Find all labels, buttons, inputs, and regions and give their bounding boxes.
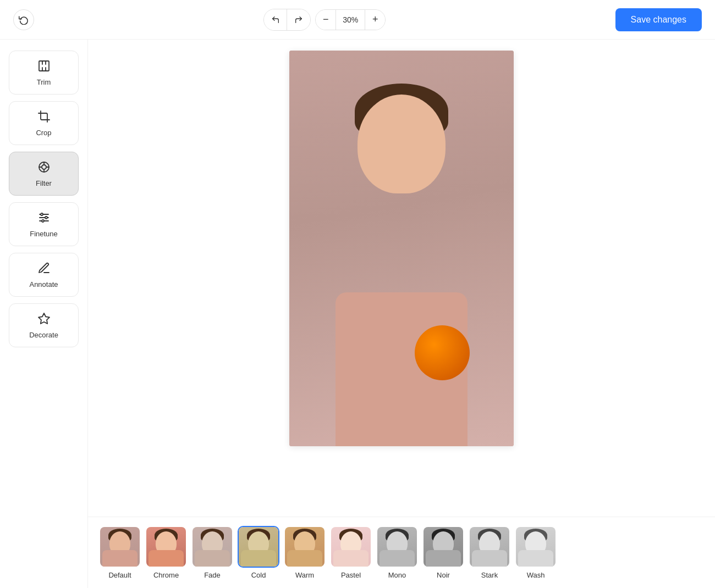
undo-button[interactable]: [264, 9, 287, 30]
tool-finetune[interactable]: Finetune: [9, 202, 79, 246]
tool-decorate-label: Decorate: [29, 331, 58, 339]
canvas-area: [88, 40, 715, 517]
main-layout: Trim Crop: [0, 40, 715, 588]
tool-crop-label: Crop: [36, 129, 51, 137]
history-button[interactable]: [13, 9, 34, 30]
crop-icon: [37, 110, 51, 125]
filter-noir-label: Noir: [437, 571, 450, 579]
filter-wash-thumb: [515, 526, 557, 568]
filter-wash-label: Wash: [527, 571, 545, 579]
face-element: [358, 95, 446, 193]
svg-point-16: [42, 220, 44, 222]
filter-mono-label: Mono: [388, 571, 406, 579]
tool-trim[interactable]: Trim: [9, 51, 79, 95]
top-bar-right: Save changes: [615, 8, 702, 31]
filter-fade-label: Fade: [204, 571, 221, 579]
svg-point-14: [41, 213, 43, 215]
zoom-out-button[interactable]: −: [316, 9, 336, 30]
filter-default-label: Default: [108, 571, 131, 579]
svg-marker-17: [38, 313, 50, 324]
filter-wash[interactable]: Wash: [515, 526, 557, 579]
filter-warm[interactable]: Warm: [284, 526, 326, 579]
filter-icon: [37, 160, 51, 176]
svg-point-15: [45, 217, 47, 219]
filter-default[interactable]: Default: [99, 526, 141, 579]
filter-warm-thumb: [284, 526, 326, 568]
tool-trim-label: Trim: [37, 78, 51, 86]
filter-chrome-label: Chrome: [153, 571, 179, 579]
zoom-value: 30%: [336, 10, 365, 30]
filter-cold-thumb: [238, 526, 279, 568]
filter-stark-label: Stark: [481, 571, 498, 579]
tool-filter-label: Filter: [36, 179, 52, 187]
zoom-group: − 30% +: [315, 9, 386, 30]
tool-crop[interactable]: Crop: [9, 101, 79, 145]
redo-button[interactable]: [287, 9, 310, 30]
filter-noir[interactable]: Noir: [422, 526, 464, 579]
filter-cold[interactable]: Cold: [238, 526, 279, 579]
svg-rect-0: [39, 61, 49, 71]
filter-pastel-thumb: [330, 526, 372, 568]
finetune-icon: [37, 211, 51, 226]
tool-finetune-label: Finetune: [30, 230, 58, 238]
sidebar: Trim Crop: [0, 40, 88, 588]
filter-fade[interactable]: Fade: [191, 526, 233, 579]
tool-filter[interactable]: Filter: [9, 152, 79, 196]
filter-mono[interactable]: Mono: [376, 526, 418, 579]
filter-cold-label: Cold: [251, 571, 266, 579]
filter-noir-thumb: [422, 526, 464, 568]
top-bar-center: − 30% +: [263, 9, 386, 31]
filter-chrome-thumb: [145, 526, 187, 568]
canvas-section: Default Chrome: [88, 40, 715, 588]
filter-pastel-label: Pastel: [341, 571, 361, 579]
decorate-icon: [37, 312, 51, 328]
filter-strip: Default Chrome: [88, 517, 715, 588]
tool-annotate-label: Annotate: [29, 280, 58, 289]
filter-mono-thumb: [376, 526, 418, 568]
zoom-in-button[interactable]: +: [365, 9, 385, 30]
filter-default-thumb: [99, 526, 141, 568]
filter-stark[interactable]: Stark: [469, 526, 510, 579]
tool-annotate[interactable]: Annotate: [9, 253, 79, 297]
undo-redo-group: [263, 9, 311, 31]
filter-fade-thumb: [191, 526, 233, 568]
canvas-image: [289, 51, 514, 446]
filter-warm-label: Warm: [295, 571, 314, 579]
filter-chrome[interactable]: Chrome: [145, 526, 187, 579]
filter-stark-thumb: [469, 526, 510, 568]
top-bar: − 30% + Save changes: [0, 0, 715, 40]
portrait-image: [289, 51, 514, 446]
trim-icon: [37, 59, 51, 75]
save-changes-button[interactable]: Save changes: [615, 8, 702, 31]
annotate-icon: [37, 262, 51, 277]
filter-pastel[interactable]: Pastel: [330, 526, 372, 579]
svg-point-5: [42, 165, 46, 169]
top-bar-left: [13, 9, 34, 30]
fruit-element: [415, 325, 470, 380]
tool-decorate[interactable]: Decorate: [9, 303, 79, 347]
